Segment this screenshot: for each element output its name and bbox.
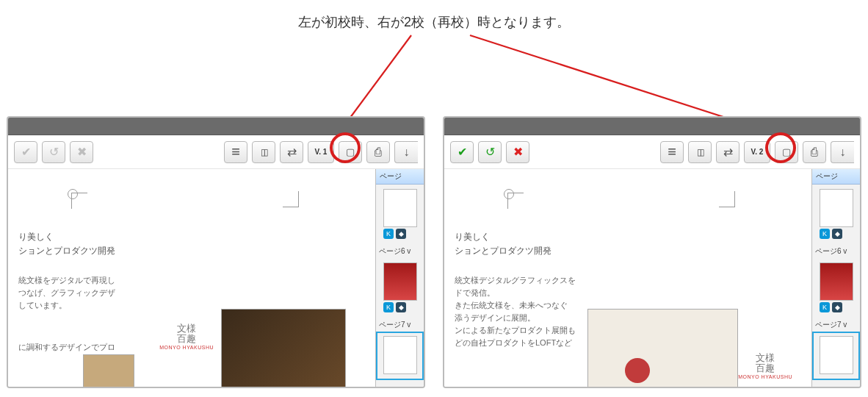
crop-mark-icon [719, 191, 735, 207]
window-titlebar [8, 118, 424, 135]
spread-view-button[interactable] [252, 141, 275, 163]
status-chip: K [383, 229, 394, 239]
doc-text: つなげ、グラフィックデザ [18, 287, 365, 298]
doc-text: り美しく [18, 231, 365, 243]
toolbar: V. 2 [444, 135, 860, 169]
screenshot-right: V. 2 り美しく ションとプロダクツ開発 統文様デジタルグラフィックスを ドで… [443, 116, 861, 388]
caption-text: 左が初校時、右が2校（再校）時となります。 [0, 13, 868, 31]
window-titlebar [444, 118, 860, 135]
reject-button[interactable] [70, 141, 93, 163]
placeholder-image [587, 309, 738, 387]
page-thumbnail[interactable] [376, 332, 424, 380]
page-thumbnail[interactable]: K◆ [376, 185, 424, 246]
brand-logo: 文様 百趣 MONYO HYAKUSHU [159, 323, 214, 350]
approve-button[interactable] [14, 141, 37, 163]
placeholder-image [221, 309, 346, 387]
download-button[interactable] [394, 141, 418, 163]
page-thumbnail[interactable]: K◆ [376, 258, 424, 320]
download-button[interactable] [831, 141, 854, 163]
doc-text: ションとプロダクツ開発 [455, 245, 801, 257]
page-sidebar: ページ K◆ ページ6 v K◆ ページ7 v [811, 169, 860, 387]
revert-button[interactable] [478, 141, 502, 163]
status-chip: K [820, 229, 830, 239]
status-chip: K [383, 302, 394, 312]
compare-button[interactable] [716, 141, 739, 163]
document-preview[interactable]: り美しく ションとプロダクツ開発 統文様をデジタルで再現し つなげ、グラフィック… [8, 169, 375, 387]
placeholder-image [83, 354, 134, 387]
doc-text: ションとプロダクツ開発 [18, 245, 365, 257]
book-view-button[interactable] [339, 141, 362, 163]
document-preview[interactable]: り美しく ションとプロダクツ開発 統文様デジタルグラフィックスを ドで発信。 き… [444, 169, 811, 387]
print-button[interactable] [366, 141, 390, 163]
page-label: ページ6 v [376, 246, 424, 258]
page-label: ページ7 v [812, 320, 860, 332]
compare-button[interactable] [280, 141, 303, 163]
doc-text: 統文様をデジタルで再現し [18, 275, 365, 286]
status-chip: ◆ [396, 302, 406, 312]
doc-text: ドで発信。 [455, 287, 801, 298]
page-thumbnail[interactable]: K◆ [812, 185, 860, 246]
page-thumbnail[interactable] [812, 332, 860, 380]
doc-text: 統文様デジタルグラフィックスを [455, 275, 801, 286]
spread-view-button[interactable] [688, 141, 712, 163]
list-view-button[interactable] [660, 141, 684, 163]
page-thumbnail[interactable]: K◆ [812, 258, 860, 320]
status-chip: ◆ [832, 229, 842, 239]
version-button[interactable]: V. 2 [744, 141, 770, 163]
list-view-button[interactable] [224, 141, 247, 163]
print-button[interactable] [803, 141, 826, 163]
status-chip: ◆ [832, 302, 842, 312]
book-view-button[interactable] [775, 141, 798, 163]
toolbar: V. 1 [8, 135, 424, 169]
page-label: ページ6 v [812, 246, 860, 258]
sidebar-header: ページ [376, 169, 424, 185]
crop-mark-icon [507, 193, 524, 209]
status-chip: ◆ [396, 229, 406, 239]
screenshot-left: V. 1 り美しく ションとプロダクツ開発 統文様をデジタルで再現し つなげ、グ… [7, 116, 425, 388]
page-sidebar: ページ K◆ ページ6 v K◆ ページ7 v [375, 169, 424, 387]
crop-mark-icon [283, 191, 299, 207]
doc-text: り美しく [455, 231, 801, 243]
brand-logo: 文様 百趣 MONYO HYAKUSHU [738, 353, 792, 379]
status-chip: K [820, 302, 830, 312]
reject-button[interactable] [506, 141, 529, 163]
page-label: ページ7 v [376, 320, 424, 332]
crop-mark-icon [71, 193, 87, 209]
sidebar-header: ページ [812, 169, 860, 185]
approve-button[interactable] [450, 141, 474, 163]
revert-button[interactable] [42, 141, 65, 163]
version-button[interactable]: V. 1 [308, 141, 334, 163]
